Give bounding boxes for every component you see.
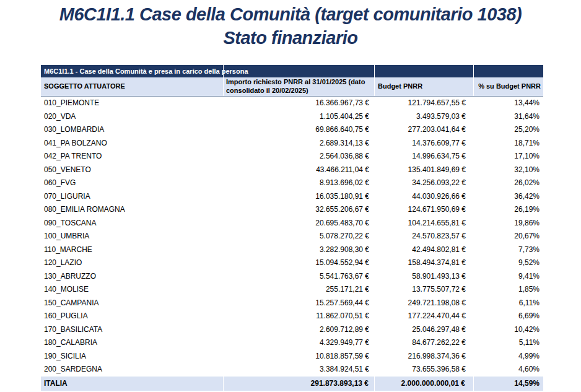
region-cell: 030_LOMBARDIA: [41, 123, 224, 137]
pct-cell: 13,44%: [474, 97, 543, 110]
importo-cell: 5.541.763,67 €: [224, 270, 375, 284]
pct-cell: 18,71%: [474, 137, 543, 150]
importo-cell: 43.466.211,04 €: [224, 163, 375, 177]
importo-cell: 2.689.314,13 €: [224, 137, 375, 150]
region-cell: 180_CALABRIA: [41, 336, 224, 350]
pct-cell: 7,73%: [474, 243, 543, 257]
region-cell: 110_MARCHE: [41, 243, 224, 257]
budget-cell: 158.494.374,81 €: [375, 256, 474, 270]
budget-cell: 13.775.507,72 €: [375, 283, 474, 297]
region-cell: 020_VDA: [41, 110, 224, 124]
budget-cell: 135.401.849,69 €: [375, 163, 474, 177]
pct-cell: 9,41%: [474, 270, 543, 284]
table-row: 080_EMILIA ROMAGNA 32.655.206,67 € 124.6…: [41, 203, 543, 217]
table-row: 170_BASILICATA 2.609.712,89 € 25.046.297…: [41, 323, 543, 337]
table-row: 060_FVG 8.913.696,02 € 34.256.093,22 € 2…: [41, 176, 543, 190]
region-cell: 080_EMILIA ROMAGNA: [41, 203, 224, 217]
pct-cell: 4,99%: [474, 350, 543, 364]
budget-cell: 25.046.297,48 €: [375, 323, 474, 337]
table-row: 140_MOLISE 255.171,21 € 13.775.507,72 € …: [41, 283, 543, 297]
budget-cell: 124.671.950,69 €: [375, 203, 474, 217]
budget-cell: 104.214.655,81 €: [375, 217, 474, 230]
importo-cell: 255.171,21 €: [224, 283, 375, 297]
pct-cell: 9,52%: [474, 256, 543, 270]
table-row: 041_PA BOLZANO 2.689.314,13 € 14.376.609…: [41, 137, 543, 150]
region-cell: 200_SARDEGNA: [41, 363, 224, 377]
pct-cell: 10,42%: [474, 323, 543, 337]
pct-cell: 1,85%: [474, 283, 543, 297]
table-row: 020_VDA 1.105.404,25 € 3.493.579,03 € 31…: [41, 110, 543, 124]
table-body: 010_PIEMONTE 16.366.967,73 € 121.794.657…: [41, 97, 543, 377]
region-cell: 041_PA BOLZANO: [41, 137, 224, 150]
region-cell: 190_SICILIA: [41, 350, 224, 364]
table-row: 070_LIGURIA 16.035.180,91 € 44.030.926,6…: [41, 190, 543, 204]
pct-cell: 20,67%: [474, 230, 543, 243]
region-cell: 050_VENETO: [41, 163, 224, 177]
importo-cell: 2.564.036,88 €: [224, 150, 375, 163]
importo-cell: 2.609.712,89 €: [224, 323, 375, 337]
header-importo-richiesto: Importo richiesto PNRR al 31/01/2025 (da…: [224, 77, 375, 96]
page-title-line2: Stato finanziario: [0, 26, 581, 50]
header-budget-pnrr: Budget PNRR: [375, 77, 474, 96]
region-cell: 010_PIEMONTE: [41, 97, 224, 110]
pct-cell: 6,11%: [474, 297, 543, 310]
importo-cell: 32.655.206,67 €: [224, 203, 375, 217]
header-pct-budget-pnrr: % su Budget PNRR: [474, 77, 543, 96]
section-header-spacer-1: [224, 65, 375, 77]
importo-cell: 1.105.404,25 €: [224, 110, 375, 124]
pct-cell: 32,10%: [474, 163, 543, 177]
importo-cell: 69.866.640,75 €: [224, 123, 375, 137]
pct-cell: 36,42%: [474, 190, 543, 204]
importo-cell: 3.384.924,51 €: [224, 363, 375, 377]
table-row: 120_LAZIO 15.094.552,94 € 158.494.374,81…: [41, 256, 543, 270]
table-row: 130_ABRUZZO 5.541.763,67 € 58.901.493,13…: [41, 270, 543, 284]
pct-cell: 19,86%: [474, 217, 543, 230]
total-pct-cell: 14,59%: [474, 377, 543, 391]
header-soggetto-attuatore: SOGGETTO ATTUATORE: [41, 77, 224, 96]
total-row: ITALIA 291.873.893,13 € 2.000.000.000,01…: [41, 377, 543, 391]
importo-cell: 5.078.270,22 €: [224, 230, 375, 243]
budget-cell: 277.203.041,64 €: [375, 123, 474, 137]
pct-cell: 26,19%: [474, 203, 543, 217]
table-row: 030_LOMBARDIA 69.866.640,75 € 277.203.04…: [41, 123, 543, 137]
section-header-spacer-3: [474, 65, 543, 77]
budget-cell: 58.901.493,13 €: [375, 270, 474, 284]
importo-cell: 15.094.552,94 €: [224, 256, 375, 270]
column-header-row: SOGGETTO ATTUATORE Importo richiesto PNR…: [41, 77, 543, 97]
budget-cell: 177.224.470,44 €: [375, 310, 474, 323]
region-cell: 120_LAZIO: [41, 256, 224, 270]
table-row: 160_PUGLIA 11.862.070,51 € 177.224.470,4…: [41, 310, 543, 323]
table-row: 050_VENETO 43.466.211,04 € 135.401.849,6…: [41, 163, 543, 177]
budget-cell: 84.677.262,22 €: [375, 336, 474, 350]
importo-cell: 15.257.569,44 €: [224, 297, 375, 310]
region-cell: 160_PUGLIA: [41, 310, 224, 323]
importo-cell: 20.695.483,70 €: [224, 217, 375, 230]
section-header-bar: M6C1I1.1 - Case della Comunità e presa i…: [41, 65, 543, 77]
section-header-label: M6C1I1.1 - Case della Comunità e presa i…: [41, 65, 224, 77]
table-row: 150_CAMPANIA 15.257.569,44 € 249.721.198…: [41, 297, 543, 310]
section-header-spacer-2: [375, 65, 474, 77]
importo-cell: 16.366.967,73 €: [224, 97, 375, 110]
table-row: 100_UMBRIA 5.078.270,22 € 24.570.823,57 …: [41, 230, 543, 243]
region-cell: 170_BASILICATA: [41, 323, 224, 337]
region-cell: 060_FVG: [41, 176, 224, 190]
region-cell: 070_LIGURIA: [41, 190, 224, 204]
table-row: 110_MARCHE 3.282.908,30 € 42.494.802,81 …: [41, 243, 543, 257]
budget-cell: 121.794.657,55 €: [375, 97, 474, 110]
document-page: M6C1I1.1 Case della Comunità (target com…: [0, 2, 581, 392]
budget-cell: 73.655.396,58 €: [375, 363, 474, 377]
pct-cell: 25,20%: [474, 123, 543, 137]
budget-cell: 14.376.609,77 €: [375, 137, 474, 150]
pct-cell: 6,69%: [474, 310, 543, 323]
importo-cell: 16.035.180,91 €: [224, 190, 375, 204]
budget-cell: 44.030.926,66 €: [375, 190, 474, 204]
budget-cell: 14.996.634,75 €: [375, 150, 474, 163]
budget-cell: 42.494.802,81 €: [375, 243, 474, 257]
financial-table: M6C1I1.1 - Case della Comunità e presa i…: [41, 65, 543, 392]
region-cell: 090_TOSCANA: [41, 217, 224, 230]
importo-cell: 3.282.908,30 €: [224, 243, 375, 257]
region-cell: 042_PA TRENTO: [41, 150, 224, 163]
table-row: 180_CALABRIA 4.329.949,77 € 84.677.262,2…: [41, 336, 543, 350]
page-title-line1: M6C1I1.1 Case della Comunità (target com…: [0, 2, 581, 26]
page-title: M6C1I1.1 Case della Comunità (target com…: [0, 2, 581, 50]
